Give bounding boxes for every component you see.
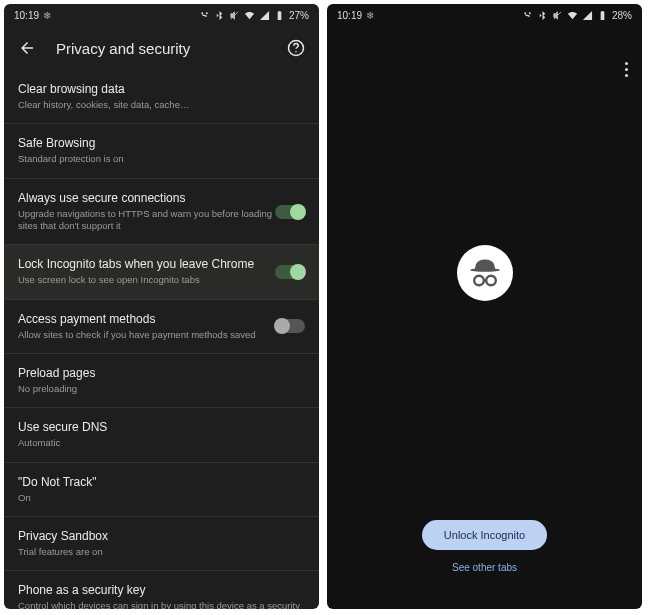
overflow-menu-button[interactable] [625, 62, 628, 77]
settings-screen: 10:19 ❄ 27% Privacy and security [4, 4, 319, 609]
status-time: 10:19 [14, 10, 39, 21]
battery-icon [274, 10, 285, 21]
row-title: Phone as a security key [18, 583, 305, 597]
svg-point-8 [470, 268, 500, 272]
bluetooth-icon [537, 10, 548, 21]
mute-icon [229, 10, 240, 21]
wifi-icon [244, 10, 255, 21]
wifi-icon [567, 10, 578, 21]
arrow-back-icon [18, 39, 36, 57]
status-bar: 10:19 ❄ 27% [4, 4, 319, 26]
status-icons: 28% [522, 10, 632, 21]
status-icons: 27% [199, 10, 309, 21]
row-title: Clear browsing data [18, 82, 305, 96]
row-title: Lock Incognito tabs when you leave Chrom… [18, 257, 275, 271]
battery-icon [597, 10, 608, 21]
svg-point-1 [206, 12, 208, 14]
svg-point-10 [486, 276, 496, 286]
row-sub: Use screen lock to see open Incognito ta… [18, 274, 275, 286]
row-secure-connections[interactable]: Always use secure connectionsUpgrade nav… [4, 179, 319, 246]
page-title: Privacy and security [56, 40, 283, 57]
signal-icon [582, 10, 593, 21]
settings-list: Clear browsing dataClear history, cookie… [4, 70, 319, 609]
row-sub: Control which devices can sign in by usi… [18, 600, 305, 609]
row-title: Safe Browsing [18, 136, 305, 150]
row-secure-dns[interactable]: Use secure DNSAutomatic [4, 408, 319, 462]
incognito-icon [467, 255, 503, 291]
svg-point-9 [474, 276, 484, 286]
toggle-secure-connections[interactable] [275, 205, 305, 219]
row-payment-methods[interactable]: Access payment methodsAllow sites to che… [4, 300, 319, 354]
unlock-incognito-button[interactable]: Unlock Incognito [422, 520, 547, 550]
row-preload-pages[interactable]: Preload pagesNo preloading [4, 354, 319, 408]
row-title: Privacy Sandbox [18, 529, 305, 543]
bluetooth-icon [214, 10, 225, 21]
row-sub: Standard protection is on [18, 153, 305, 165]
weather-icon: ❄ [366, 10, 374, 21]
row-sub: No preloading [18, 383, 305, 395]
weather-icon: ❄ [43, 10, 51, 21]
row-title: Use secure DNS [18, 420, 305, 434]
toggle-lock-incognito[interactable] [275, 265, 305, 279]
row-safe-browsing[interactable]: Safe BrowsingStandard protection is on [4, 124, 319, 178]
svg-point-6 [529, 12, 531, 14]
row-sub: Trial features are on [18, 546, 305, 558]
row-sub: Upgrade navigations to HTTPS and warn yo… [18, 208, 275, 233]
row-sub: Clear history, cookies, site data, cache… [18, 99, 305, 111]
row-privacy-sandbox[interactable]: Privacy SandboxTrial features are on [4, 517, 319, 571]
row-sub: On [18, 492, 305, 504]
row-title: Preload pages [18, 366, 305, 380]
cast-icon [199, 10, 210, 21]
status-bar: 10:19 ❄ 28% [327, 4, 642, 26]
svg-rect-2 [278, 17, 281, 19]
row-title: Access payment methods [18, 312, 275, 326]
battery-pct: 28% [612, 10, 632, 21]
row-sub: Allow sites to check if you have payment… [18, 329, 275, 341]
row-do-not-track[interactable]: "Do Not Track"On [4, 463, 319, 517]
battery-pct: 27% [289, 10, 309, 21]
svg-point-5 [524, 12, 526, 14]
row-title: "Do Not Track" [18, 475, 305, 489]
row-title: Always use secure connections [18, 191, 275, 205]
signal-icon [259, 10, 270, 21]
toggle-payment-methods[interactable] [275, 319, 305, 333]
row-phone-security-key[interactable]: Phone as a security keyControl which dev… [4, 571, 319, 609]
svg-point-4 [295, 51, 297, 53]
row-sub: Automatic [18, 437, 305, 449]
mute-icon [552, 10, 563, 21]
svg-rect-7 [601, 17, 604, 19]
row-lock-incognito[interactable]: Lock Incognito tabs when you leave Chrom… [4, 245, 319, 299]
help-icon [287, 39, 305, 57]
back-button[interactable] [14, 35, 40, 61]
incognito-indicator [327, 26, 642, 520]
help-button[interactable] [283, 35, 309, 61]
header: Privacy and security [4, 26, 319, 70]
incognito-icon-circle [457, 245, 513, 301]
see-other-tabs-link[interactable]: See other tabs [452, 562, 517, 573]
svg-point-0 [201, 12, 203, 14]
cast-icon [522, 10, 533, 21]
status-time: 10:19 [337, 10, 362, 21]
row-clear-browsing-data[interactable]: Clear browsing dataClear history, cookie… [4, 70, 319, 124]
incognito-lock-screen: 10:19 ❄ 28% [327, 4, 642, 609]
